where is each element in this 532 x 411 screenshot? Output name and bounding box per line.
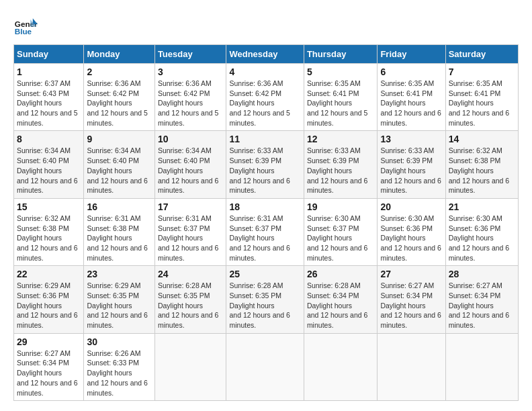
calendar-cell: 20 Sunrise: 6:30 AM Sunset: 6:36 PM Dayl…: [378, 198, 445, 265]
calendar-cell: 8 Sunrise: 6:34 AM Sunset: 6:40 PM Dayli…: [14, 131, 84, 198]
day-detail: Sunrise: 6:28 AM Sunset: 6:34 PM Dayligh…: [307, 281, 375, 330]
day-number: 21: [449, 201, 515, 212]
day-number: 11: [229, 134, 300, 144]
day-number: 6: [380, 66, 442, 77]
day-detail: Sunrise: 6:26 AM Sunset: 6:33 PM Dayligh…: [87, 349, 151, 398]
day-detail: Sunrise: 6:34 AM Sunset: 6:40 PM Dayligh…: [87, 146, 151, 195]
day-detail: Sunrise: 6:36 AM Sunset: 6:42 PM Dayligh…: [87, 79, 151, 128]
day-detail: Sunrise: 6:28 AM Sunset: 6:35 PM Dayligh…: [229, 281, 300, 330]
calendar-cell: [304, 333, 378, 400]
col-header-wednesday: Wednesday: [226, 45, 304, 64]
day-detail: Sunrise: 6:29 AM Sunset: 6:36 PM Dayligh…: [17, 281, 81, 330]
calendar-cell: 27 Sunrise: 6:27 AM Sunset: 6:34 PM Dayl…: [378, 266, 445, 333]
day-detail: Sunrise: 6:33 AM Sunset: 6:39 PM Dayligh…: [229, 146, 300, 195]
day-number: 16: [87, 201, 151, 212]
day-number: 2: [87, 66, 151, 77]
day-detail: Sunrise: 6:30 AM Sunset: 6:36 PM Dayligh…: [380, 214, 442, 263]
day-detail: Sunrise: 6:31 AM Sunset: 6:37 PM Dayligh…: [158, 214, 224, 263]
day-detail: Sunrise: 6:32 AM Sunset: 6:38 PM Dayligh…: [17, 214, 81, 263]
calendar-cell: 7 Sunrise: 6:35 AM Sunset: 6:41 PM Dayli…: [445, 64, 518, 131]
calendar-table: SundayMondayTuesdayWednesdayThursdayFrid…: [13, 44, 519, 401]
day-detail: Sunrise: 6:27 AM Sunset: 6:34 PM Dayligh…: [380, 281, 442, 330]
day-number: 1: [17, 66, 81, 77]
week-row-5: 29 Sunrise: 6:27 AM Sunset: 6:34 PM Dayl…: [14, 333, 519, 400]
day-detail: Sunrise: 6:27 AM Sunset: 6:34 PM Dayligh…: [449, 281, 515, 330]
col-header-sunday: Sunday: [14, 45, 84, 64]
day-detail: Sunrise: 6:30 AM Sunset: 6:37 PM Dayligh…: [307, 214, 375, 263]
calendar-cell: 24 Sunrise: 6:28 AM Sunset: 6:35 PM Dayl…: [154, 266, 226, 333]
logo-icon: General Blue: [13, 13, 38, 38]
day-number: 4: [229, 66, 300, 77]
calendar-cell: 29 Sunrise: 6:27 AM Sunset: 6:34 PM Dayl…: [14, 333, 84, 400]
day-number: 27: [380, 269, 442, 279]
day-number: 17: [158, 201, 224, 212]
day-detail: Sunrise: 6:31 AM Sunset: 6:37 PM Dayligh…: [229, 214, 300, 263]
day-number: 22: [17, 269, 81, 279]
calendar-cell: 23 Sunrise: 6:29 AM Sunset: 6:35 PM Dayl…: [84, 266, 154, 333]
day-number: 7: [449, 66, 515, 77]
day-detail: Sunrise: 6:28 AM Sunset: 6:35 PM Dayligh…: [158, 281, 224, 330]
calendar-cell: 5 Sunrise: 6:35 AM Sunset: 6:41 PM Dayli…: [304, 64, 378, 131]
calendar-cell: 10 Sunrise: 6:34 AM Sunset: 6:40 PM Dayl…: [154, 131, 226, 198]
week-row-4: 22 Sunrise: 6:29 AM Sunset: 6:36 PM Dayl…: [14, 266, 519, 333]
calendar-cell: 16 Sunrise: 6:31 AM Sunset: 6:38 PM Dayl…: [84, 198, 154, 265]
day-detail: Sunrise: 6:30 AM Sunset: 6:36 PM Dayligh…: [449, 214, 515, 263]
day-detail: Sunrise: 6:27 AM Sunset: 6:34 PM Dayligh…: [17, 349, 81, 398]
calendar-cell: 6 Sunrise: 6:35 AM Sunset: 6:41 PM Dayli…: [378, 64, 445, 131]
calendar-cell: 30 Sunrise: 6:26 AM Sunset: 6:33 PM Dayl…: [84, 333, 154, 400]
calendar-cell: 14 Sunrise: 6:32 AM Sunset: 6:38 PM Dayl…: [445, 131, 518, 198]
day-number: 15: [17, 201, 81, 212]
calendar-cell: 19 Sunrise: 6:30 AM Sunset: 6:37 PM Dayl…: [304, 198, 378, 265]
col-header-tuesday: Tuesday: [154, 45, 226, 64]
col-header-saturday: Saturday: [445, 45, 518, 64]
day-number: 10: [158, 134, 224, 144]
calendar-cell: 28 Sunrise: 6:27 AM Sunset: 6:34 PM Dayl…: [445, 266, 518, 333]
day-number: 5: [307, 66, 375, 77]
day-detail: Sunrise: 6:36 AM Sunset: 6:42 PM Dayligh…: [158, 79, 224, 128]
calendar-cell: [226, 333, 304, 400]
day-detail: Sunrise: 6:33 AM Sunset: 6:39 PM Dayligh…: [307, 146, 375, 195]
day-detail: Sunrise: 6:34 AM Sunset: 6:40 PM Dayligh…: [17, 146, 81, 195]
day-number: 14: [449, 134, 515, 144]
week-row-2: 8 Sunrise: 6:34 AM Sunset: 6:40 PM Dayli…: [14, 131, 519, 198]
calendar-cell: 18 Sunrise: 6:31 AM Sunset: 6:37 PM Dayl…: [226, 198, 304, 265]
day-detail: Sunrise: 6:35 AM Sunset: 6:41 PM Dayligh…: [449, 79, 515, 128]
calendar-cell: 13 Sunrise: 6:33 AM Sunset: 6:39 PM Dayl…: [378, 131, 445, 198]
day-detail: Sunrise: 6:31 AM Sunset: 6:38 PM Dayligh…: [87, 214, 151, 263]
calendar-cell: 26 Sunrise: 6:28 AM Sunset: 6:34 PM Dayl…: [304, 266, 378, 333]
header-row: SundayMondayTuesdayWednesdayThursdayFrid…: [14, 45, 519, 64]
day-number: 18: [229, 201, 300, 212]
day-number: 25: [229, 269, 300, 279]
calendar-cell: 1 Sunrise: 6:37 AM Sunset: 6:43 PM Dayli…: [14, 64, 84, 131]
day-number: 13: [380, 134, 442, 144]
day-detail: Sunrise: 6:37 AM Sunset: 6:43 PM Dayligh…: [17, 79, 81, 128]
day-detail: Sunrise: 6:35 AM Sunset: 6:41 PM Dayligh…: [380, 79, 442, 128]
day-detail: Sunrise: 6:33 AM Sunset: 6:39 PM Dayligh…: [380, 146, 442, 195]
calendar-cell: 25 Sunrise: 6:28 AM Sunset: 6:35 PM Dayl…: [226, 266, 304, 333]
day-detail: Sunrise: 6:29 AM Sunset: 6:35 PM Dayligh…: [87, 281, 151, 330]
day-detail: Sunrise: 6:32 AM Sunset: 6:38 PM Dayligh…: [449, 146, 515, 195]
day-detail: Sunrise: 6:35 AM Sunset: 6:41 PM Dayligh…: [307, 79, 375, 128]
day-number: 3: [158, 66, 224, 77]
week-row-3: 15 Sunrise: 6:32 AM Sunset: 6:38 PM Dayl…: [14, 198, 519, 265]
day-number: 23: [87, 269, 151, 279]
day-number: 28: [449, 269, 515, 279]
calendar-cell: [445, 333, 518, 400]
day-detail: Sunrise: 6:36 AM Sunset: 6:42 PM Dayligh…: [229, 79, 300, 128]
col-header-thursday: Thursday: [304, 45, 378, 64]
svg-text:Blue: Blue: [15, 27, 32, 36]
col-header-monday: Monday: [84, 45, 154, 64]
day-number: 19: [307, 201, 375, 212]
page-header: General Blue: [13, 13, 519, 38]
calendar-cell: 9 Sunrise: 6:34 AM Sunset: 6:40 PM Dayli…: [84, 131, 154, 198]
calendar-cell: 21 Sunrise: 6:30 AM Sunset: 6:36 PM Dayl…: [445, 198, 518, 265]
calendar-cell: 3 Sunrise: 6:36 AM Sunset: 6:42 PM Dayli…: [154, 64, 226, 131]
day-number: 20: [380, 201, 442, 212]
day-number: 8: [17, 134, 81, 144]
day-number: 29: [17, 336, 81, 347]
day-number: 12: [307, 134, 375, 144]
day-number: 30: [87, 336, 151, 347]
calendar-cell: 15 Sunrise: 6:32 AM Sunset: 6:38 PM Dayl…: [14, 198, 84, 265]
calendar-cell: 17 Sunrise: 6:31 AM Sunset: 6:37 PM Dayl…: [154, 198, 226, 265]
calendar-cell: 2 Sunrise: 6:36 AM Sunset: 6:42 PM Dayli…: [84, 64, 154, 131]
